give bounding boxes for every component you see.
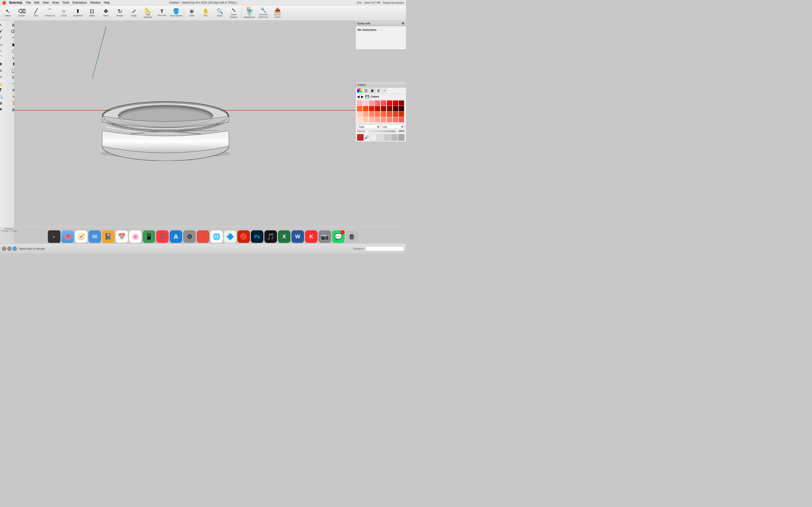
dock-excel[interactable]: X [278, 230, 291, 243]
colors-tab-palette[interactable]: ⬛ [369, 89, 375, 93]
color-swatch-2[interactable] [369, 101, 374, 106]
apple-menu[interactable]: 🍎 [2, 1, 6, 5]
dock-itunes[interactable]: 🎵 [156, 230, 169, 243]
dock-photoshop[interactable]: Ps [251, 230, 263, 243]
help-icon[interactable]: ? [2, 246, 6, 251]
color-swatch-19[interactable] [375, 112, 380, 117]
color-swatch-5[interactable] [387, 101, 392, 106]
tool-offset[interactable]: ⊡ Offset [85, 6, 99, 20]
left-polygon[interactable]: ⬡ [7, 48, 15, 54]
color-swatch-28[interactable] [381, 117, 386, 122]
left-zoom2[interactable]: 🔍 [0, 94, 7, 100]
dock-mail[interactable]: ✉ [89, 230, 101, 243]
colors-back-btn[interactable]: ◀ [357, 95, 360, 99]
left-line[interactable]: ╱ [0, 35, 7, 41]
left-rect[interactable]: ▭ [0, 41, 7, 48]
color-swatch-1[interactable] [363, 101, 368, 106]
color-swatch-20[interactable] [381, 112, 386, 117]
color-swatch-16[interactable] [357, 112, 362, 117]
dock-iphoto[interactable]: 📷 [318, 230, 331, 243]
color-swatch-30[interactable] [393, 117, 398, 122]
left-follow[interactable]: 🔄 [7, 67, 15, 74]
tool-pan[interactable]: ✋ Pan [199, 6, 212, 20]
dock-artrage[interactable]: 🔴 [237, 230, 250, 243]
left-component[interactable]: ⊞ [7, 22, 15, 28]
left-zoom4[interactable]: ⊕ [0, 100, 7, 106]
color-swatch-11[interactable] [375, 106, 380, 111]
tool-text[interactable]: T Text Tool [155, 6, 169, 20]
tool-extension-warehouse[interactable]: 🔧 Extension Warehouse [257, 6, 270, 20]
dock-contacts[interactable]: 📓 [102, 230, 114, 243]
menu-file[interactable]: File [26, 1, 31, 4]
left-look[interactable]: 👁 [0, 107, 7, 113]
colors-tab-wheel[interactable] [357, 89, 362, 93]
distance-input[interactable] [365, 246, 404, 251]
dock-trash[interactable]: 🗑 [346, 230, 358, 243]
tool-send-to-layout[interactable]: 📤 Send to LayOut [271, 6, 284, 20]
dock-spotify[interactable]: 🎵 [264, 230, 277, 243]
color-swatch-26[interactable] [369, 117, 374, 122]
left-zoom3[interactable]: ⤡ [7, 94, 15, 100]
dock-artstudio[interactable]: 🔺 [197, 230, 209, 243]
left-circle2[interactable]: ○ [0, 48, 7, 54]
color-swatch-18[interactable] [369, 112, 374, 117]
left-section[interactable]: ⊞ [7, 107, 15, 113]
color-swatch-14[interactable] [393, 106, 398, 111]
menu-tools[interactable]: Tools [62, 1, 69, 4]
left-paint[interactable]: 🖌 [0, 28, 7, 35]
tool-paint-bucket[interactable]: 🪣 Paint Bucket [169, 6, 183, 20]
color-swatch-23[interactable] [399, 112, 404, 117]
color-swatch-13[interactable] [387, 106, 392, 111]
dock-sketchup[interactable]: 🔷 [224, 230, 236, 243]
color-swatch-8[interactable] [357, 106, 362, 111]
left-select[interactable]: ↖ [0, 22, 7, 28]
left-push[interactable]: ⬆ [7, 61, 15, 67]
color-swatch-7[interactable] [399, 101, 404, 106]
dock-keynote[interactable]: K [305, 230, 317, 243]
left-axes[interactable]: ✛ [7, 87, 15, 93]
color-swatch-4[interactable] [381, 101, 386, 106]
menu-draw[interactable]: Draw [52, 1, 59, 4]
colors-save-btn[interactable]: 💾 [365, 95, 369, 99]
menu-extensions[interactable]: Extensions [72, 1, 87, 4]
colors-tab-slider[interactable]: 🔲 [363, 89, 368, 93]
left-rotate2[interactable]: ↻ [0, 67, 7, 74]
tool-eraser[interactable]: ⌫ Eraser [15, 6, 29, 20]
left-erase[interactable]: ⌫ [7, 28, 15, 35]
color-swatch-0[interactable] [357, 101, 362, 106]
dock-safari[interactable]: 🧭 [75, 230, 88, 243]
dock-facetime[interactable]: 📱 [143, 230, 155, 243]
menu-help[interactable]: Help [104, 1, 110, 4]
dock-chrome[interactable]: 🌐 [210, 230, 223, 243]
tool-line[interactable]: ╱ Line [29, 6, 43, 20]
tool-push-pull[interactable]: ⬆ Push/Pull [71, 6, 85, 20]
dock-photos[interactable]: 🌸 [129, 230, 142, 243]
color-swatch-10[interactable] [369, 106, 374, 111]
tool-arc[interactable]: ⌒ 2 Point Arc [43, 6, 57, 20]
dock-systemprefs[interactable]: ⚙ [183, 230, 196, 243]
tool-tape-measure[interactable]: 📐 Tape Measure [141, 6, 155, 20]
entity-info-resize[interactable]: ⊞ [402, 22, 404, 25]
left-text2[interactable]: T [0, 87, 7, 93]
tool-circle[interactable]: ○ Circle [57, 6, 70, 20]
info-icon[interactable]: i [7, 246, 12, 251]
color-list-select[interactable]: List [382, 125, 405, 129]
left-arc2[interactable]: ∪ [7, 54, 15, 61]
menu-view[interactable]: View [43, 1, 49, 4]
left-arc[interactable]: ⌒ [0, 54, 7, 61]
color-swatch-9[interactable] [363, 106, 368, 111]
active-color-swatch[interactable] [357, 134, 364, 141]
tool-move[interactable]: ✥ Move [99, 6, 113, 20]
left-tape[interactable]: 📐 [0, 80, 7, 87]
left-walk[interactable]: 🚶 [7, 100, 15, 106]
left-move[interactable]: ✥ [0, 61, 7, 67]
left-rect2[interactable]: ▣ [7, 41, 15, 48]
color-swatch-27[interactable] [375, 117, 380, 122]
color-swatch-6[interactable] [393, 101, 398, 106]
tool-select[interactable]: ↖ Select [1, 6, 14, 20]
colors-tab-crayon[interactable]: ✏ [382, 89, 388, 93]
dock-calendar[interactable]: 📅 [115, 230, 128, 243]
color-swatch-24[interactable] [357, 117, 362, 122]
left-scale2[interactable]: ⤢ [0, 74, 7, 80]
dock-finder[interactable]: 🐙 [61, 230, 74, 243]
